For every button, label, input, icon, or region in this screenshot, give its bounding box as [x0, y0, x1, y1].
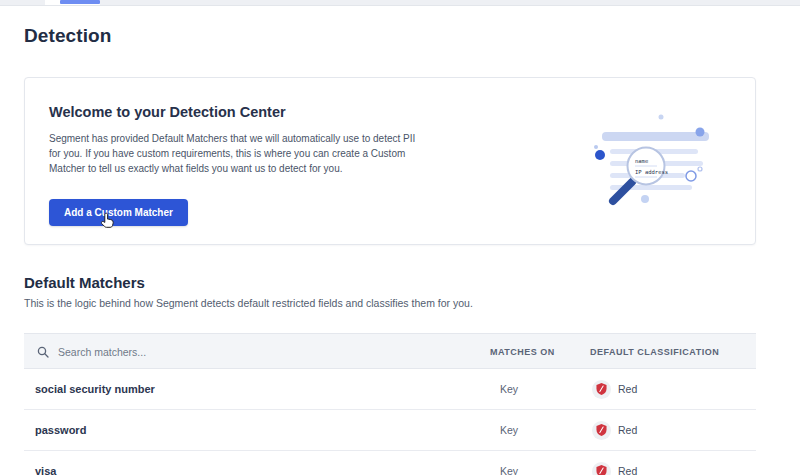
table-header: MATCHES ON DEFAULT CLASSIFICATION — [24, 333, 756, 369]
illu-dot — [594, 145, 598, 149]
classification-badge: Red — [592, 410, 637, 450]
illu-dot — [659, 115, 664, 120]
welcome-body-line: Matcher to tell us exactly what fields y… — [49, 161, 449, 176]
matchers-table: MATCHES ON DEFAULT CLASSIFICATION social… — [24, 333, 756, 475]
matches-on-value: Key — [500, 451, 518, 475]
detection-illustration: name IP address — [583, 84, 753, 234]
tab-bar — [0, 0, 800, 6]
illu-ring — [698, 167, 702, 171]
table-row[interactable]: password Key Red — [24, 410, 756, 451]
illu-dot — [696, 128, 705, 137]
classification-badge: Red — [592, 451, 637, 475]
illu-dot — [595, 150, 605, 160]
welcome-body-line: for you. If you have custom requirements… — [49, 146, 449, 161]
search-icon — [37, 346, 49, 358]
illu-dot — [641, 195, 649, 203]
illu-label-name: name — [635, 158, 648, 164]
welcome-body-line: Segment has provided Default Matchers th… — [49, 131, 449, 146]
illu-bar — [602, 132, 709, 141]
shield-red-icon — [592, 421, 611, 440]
matcher-name: social security number — [35, 369, 155, 409]
default-matchers-description: This is the logic behind how Segment det… — [24, 297, 473, 309]
column-header-matches-on: MATCHES ON — [490, 334, 555, 370]
default-matchers-title: Default Matchers — [24, 274, 145, 291]
table-row[interactable]: social security number Key Red — [24, 369, 756, 410]
search-field[interactable] — [37, 334, 457, 370]
add-custom-matcher-button[interactable]: Add a Custom Matcher — [49, 199, 188, 226]
classification-label: Red — [618, 465, 637, 475]
welcome-card-body: Segment has provided Default Matchers th… — [49, 131, 449, 176]
classification-label: Red — [618, 383, 637, 395]
matcher-name: visa — [35, 451, 56, 475]
welcome-card-title: Welcome to your Detection Center — [49, 104, 286, 120]
illu-label-ip: IP address — [635, 169, 668, 175]
shield-red-icon — [592, 380, 611, 399]
page-title: Detection — [24, 25, 111, 47]
matches-on-value: Key — [500, 410, 518, 450]
illu-ring — [686, 171, 696, 181]
magnifier-handle — [613, 182, 632, 201]
active-tab-underline — [60, 0, 100, 4]
table-row[interactable]: visa Key Red — [24, 451, 756, 475]
column-header-default-classification: DEFAULT CLASSIFICATION — [590, 334, 719, 370]
matcher-name: password — [35, 410, 86, 450]
classification-label: Red — [618, 424, 637, 436]
welcome-card: Welcome to your Detection Center Segment… — [24, 77, 756, 245]
search-input[interactable] — [56, 345, 440, 359]
detection-page: Detection Welcome to your Detection Cent… — [0, 0, 800, 475]
classification-badge: Red — [592, 369, 637, 409]
matches-on-value: Key — [500, 369, 518, 409]
shield-red-icon — [592, 462, 611, 475]
